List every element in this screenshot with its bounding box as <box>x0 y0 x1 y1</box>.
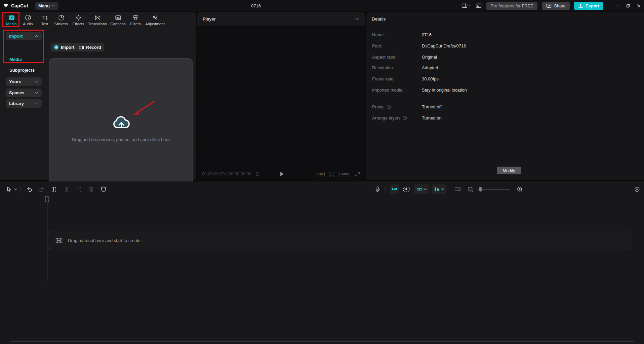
full-view-button[interactable]: Full <box>317 172 325 176</box>
tab-label: Transitions <box>88 22 107 26</box>
help-icon[interactable]: ? <box>387 105 391 109</box>
player-menu-icon[interactable] <box>354 16 360 22</box>
tab-label: Adjustment <box>145 22 165 26</box>
tab-media[interactable]: Media <box>4 14 19 26</box>
chevron-down-icon <box>35 102 38 105</box>
detail-value: 0716 <box>422 32 432 37</box>
share-button[interactable]: Share <box>542 2 570 10</box>
tab-text[interactable]: Text <box>37 14 52 26</box>
import-button[interactable]: Import <box>51 43 77 51</box>
sidebar-item-subprojects[interactable]: Subprojects <box>9 67 35 73</box>
detail-row-arrange-layers: Arrange layers ? Turned on <box>372 115 638 121</box>
timeline-toolbar-divider <box>0 197 644 197</box>
zoom-fit-icon <box>634 186 640 193</box>
zoom-fit-button[interactable] <box>634 181 640 197</box>
playhead-line[interactable] <box>47 202 47 280</box>
sidebar-item-media[interactable]: Media <box>9 56 22 63</box>
details-footer: Modify <box>366 171 644 180</box>
zoom-out-button[interactable] <box>467 181 474 197</box>
tab-label: Effects <box>73 22 84 26</box>
linkage-toggle-button[interactable] <box>414 184 429 194</box>
timeline-zoom-slider-handle[interactable] <box>479 187 482 192</box>
detail-row-imported-media: Imported media: Stay in original locatio… <box>372 87 638 93</box>
play-button[interactable] <box>279 171 284 177</box>
tab-captions[interactable]: Captions <box>108 14 128 26</box>
tab-label: Text <box>41 22 48 26</box>
tab-audio[interactable]: Audio <box>20 14 36 26</box>
timeline-dropzone[interactable]: Drag material here and start to create <box>48 231 631 250</box>
group-label: Yours <box>9 79 21 84</box>
detail-value: Stay in original location <box>422 88 467 93</box>
tab-stickers[interactable]: Stickers <box>52 14 70 26</box>
timeline-toolbar <box>0 181 644 197</box>
sidebar-group-yours[interactable]: Yours <box>6 77 42 86</box>
record-button-label: Record <box>86 45 101 50</box>
delete-button[interactable] <box>88 181 94 197</box>
minimize-button[interactable] <box>612 0 622 11</box>
menu-button[interactable]: Menu <box>35 2 58 10</box>
link-icon <box>416 186 423 193</box>
timeline-panel-toggle-button[interactable] <box>476 3 482 9</box>
layout-toggle-button[interactable] <box>461 3 471 9</box>
toolbar-separator <box>20 186 21 193</box>
project-title: 0716 <box>251 0 261 11</box>
pro-features-button[interactable]: Pro features for FREE <box>486 2 537 10</box>
preview-zoom-icon[interactable] <box>329 171 335 177</box>
adjustment-icon <box>152 14 158 21</box>
sidebar-group-spaces[interactable]: Spaces <box>6 89 42 97</box>
detail-label: Proxy: <box>372 104 385 109</box>
tab-filters[interactable]: Filters <box>128 14 143 26</box>
tab-label: Stickers <box>54 22 68 26</box>
titlebar: CapCut Menu 0716 Pro features for FREE S… <box>0 0 644 11</box>
record-button[interactable]: Record <box>76 43 104 51</box>
split-delete-left-icon <box>64 186 70 193</box>
close-button[interactable] <box>633 0 644 11</box>
detail-value: Adapted <box>422 65 438 70</box>
help-icon[interactable]: ? <box>403 116 407 120</box>
detail-row-aspect-ratio: Aspect ratio: Original <box>372 54 638 60</box>
frame-grid-icon[interactable] <box>255 171 261 177</box>
player-view-controls: Full Ratio <box>317 168 360 180</box>
delete-left-button[interactable] <box>64 181 70 197</box>
media-dropzone[interactable]: Drag and drop videos, photos, and audio … <box>49 58 193 195</box>
player-title: Player <box>203 16 215 22</box>
main-track-magnet-button[interactable] <box>403 181 410 197</box>
fullscreen-icon[interactable] <box>355 171 360 177</box>
tab-transitions[interactable]: Transitions <box>87 14 108 26</box>
tab-effects[interactable]: Effects <box>70 14 87 26</box>
sidebar-group-library[interactable]: Library <box>6 99 42 108</box>
delete-right-button[interactable] <box>76 181 82 197</box>
split-button[interactable] <box>51 181 57 197</box>
tab-adjustment[interactable]: Adjustment <box>143 14 167 26</box>
toolbar-separator <box>451 186 451 193</box>
undo-icon <box>26 186 33 193</box>
detail-label: Arrange layers <box>372 115 401 121</box>
undo-button[interactable] <box>26 181 33 197</box>
voiceover-button[interactable] <box>374 181 381 197</box>
export-button[interactable]: Export <box>574 2 603 10</box>
playhead-handle[interactable] <box>44 196 50 203</box>
film-strip-icon <box>55 237 63 244</box>
zoom-in-button[interactable] <box>517 181 523 197</box>
ratio-button[interactable]: Ratio <box>339 172 350 176</box>
layout-panels-icon <box>461 3 468 9</box>
mask-button[interactable] <box>100 181 107 197</box>
auto-select-toggle-button[interactable] <box>432 184 446 194</box>
restore-button[interactable] <box>622 0 633 11</box>
redo-icon <box>39 186 45 193</box>
select-tool-button[interactable] <box>6 181 12 197</box>
preview-axis-button[interactable] <box>454 181 461 197</box>
redo-button[interactable] <box>39 181 45 197</box>
text-icon <box>42 14 48 21</box>
snap-toggle-button[interactable] <box>390 184 399 194</box>
export-label: Export <box>586 3 599 8</box>
detail-value: Original <box>422 55 437 60</box>
sidebar-import-dropdown[interactable]: Import <box>6 32 42 40</box>
timeline-scrollbar[interactable] <box>10 341 634 342</box>
stickers-icon <box>58 14 65 21</box>
detail-label: Aspect ratio: <box>372 55 422 60</box>
select-tool-dropdown[interactable] <box>14 181 17 197</box>
timeline-zoom-slider[interactable] <box>478 189 510 190</box>
pro-features-label: Pro features for FREE <box>490 3 533 8</box>
modify-button[interactable]: Modify <box>497 167 521 174</box>
